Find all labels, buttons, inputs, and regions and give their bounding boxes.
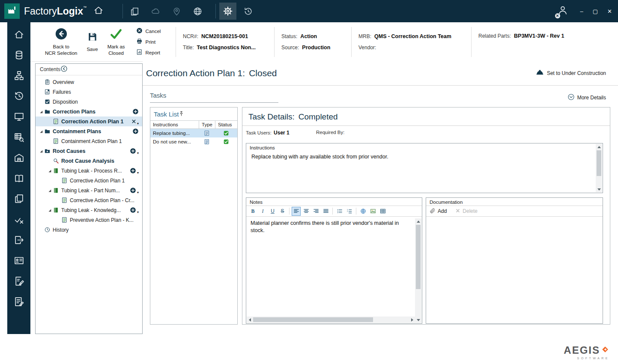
- tree-item-corrective-action-plan-cr[interactable]: Corrective Action Plan - Cr...: [36, 195, 142, 205]
- tree-item-tubing-leak-process-r[interactable]: Tubing Leak - Process R...▾: [36, 166, 142, 176]
- task-row-replace-tubing[interactable]: Replace tubing...: [150, 129, 237, 137]
- add-icon[interactable]: [132, 108, 139, 115]
- tree-item-containment-action-plan-1[interactable]: Containment Action Plan 1: [36, 136, 142, 146]
- tree-item-correction-action-plan-1[interactable]: Correction Action Plan 1▾: [36, 116, 142, 126]
- tree-item-root-cause-analysis[interactable]: Root Cause Analysis: [36, 156, 142, 166]
- tree-item-failures[interactable]: Failures: [36, 87, 142, 97]
- dropdown-caret-icon[interactable]: ▾: [137, 171, 139, 176]
- rail-item-grid-search-icon[interactable]: [14, 132, 24, 144]
- minimize-button[interactable]: –: [580, 9, 583, 14]
- rail-item-warehouse-icon[interactable]: [14, 152, 24, 165]
- notes-vertical-scrollbar[interactable]: [415, 218, 421, 323]
- notes-text[interactable]: Material planner confirms there is still…: [246, 217, 411, 237]
- expander-icon[interactable]: [47, 208, 52, 213]
- documentation-delete-button[interactable]: Delete: [455, 208, 478, 215]
- add-icon[interactable]: [130, 148, 136, 154]
- tree-item-overview[interactable]: Overview: [36, 77, 142, 87]
- scroll-track[interactable]: [415, 225, 421, 316]
- globe-icon[interactable]: [193, 6, 203, 16]
- notes-horizontal-scrollbar[interactable]: [247, 316, 415, 323]
- rail-item-history-icon[interactable]: [14, 91, 24, 103]
- column-header[interactable]: Type: [199, 121, 215, 128]
- mark-as-closed-button[interactable]: Mark asClosed: [107, 27, 125, 56]
- expander-icon[interactable]: [38, 149, 44, 154]
- remove-plan-icon[interactable]: [131, 119, 136, 124]
- rail-item-tasks-check-icon[interactable]: [14, 214, 24, 227]
- rail-item-home-icon[interactable]: [14, 29, 24, 42]
- location-pin-icon[interactable]: [172, 6, 182, 16]
- scroll-down-icon[interactable]: [596, 186, 602, 192]
- rail-item-copy-icon[interactable]: [14, 194, 24, 206]
- pushpin-icon[interactable]: [179, 111, 184, 116]
- add-icon[interactable]: [130, 207, 136, 213]
- align-center-button[interactable]: [302, 207, 310, 216]
- scroll-thumb[interactable]: [597, 150, 601, 176]
- align-left-button[interactable]: [292, 207, 301, 216]
- expander-icon[interactable]: [47, 168, 52, 173]
- add-icon[interactable]: [130, 167, 136, 174]
- dropdown-caret-icon[interactable]: ▾: [137, 122, 139, 126]
- rail-item-database-icon[interactable]: [14, 50, 24, 62]
- print-button[interactable]: Print: [136, 38, 161, 45]
- instructions-scrollbar[interactable]: [596, 144, 602, 192]
- scroll-right-icon[interactable]: [409, 316, 415, 323]
- dropdown-caret-icon[interactable]: ▾: [137, 191, 139, 195]
- add-icon[interactable]: [130, 187, 136, 194]
- dropdown-caret-icon[interactable]: ▾: [137, 151, 139, 156]
- report-button[interactable]: Report: [136, 49, 161, 56]
- scroll-thumb[interactable]: [416, 225, 421, 289]
- rail-item-monitor-icon[interactable]: [14, 111, 24, 124]
- tree-item-correction-plans[interactable]: Correction Plans: [36, 107, 142, 116]
- tree-item-disposition[interactable]: Disposition: [36, 97, 142, 107]
- bold-button[interactable]: B: [248, 207, 257, 216]
- expander-icon[interactable]: [38, 109, 44, 114]
- list-bullet-button[interactable]: [335, 207, 344, 216]
- cancel-button[interactable]: Cancel: [136, 27, 161, 35]
- expander-icon[interactable]: [38, 129, 44, 134]
- app-logo[interactable]: [4, 3, 20, 19]
- cloud-icon[interactable]: [151, 6, 161, 16]
- column-header[interactable]: Status: [215, 121, 237, 128]
- rail-item-export-icon[interactable]: [14, 235, 24, 247]
- back-to-ncr-selection-button[interactable]: Back toNCR Selection: [45, 27, 77, 56]
- rail-item-doc-edit-icon[interactable]: [14, 276, 24, 288]
- save-button[interactable]: Save: [87, 31, 98, 52]
- close-button[interactable]: ✕: [607, 9, 612, 14]
- add-icon[interactable]: [132, 128, 139, 134]
- scroll-thumb[interactable]: [253, 317, 373, 322]
- tree-item-containment-plans[interactable]: Containment Plans: [36, 126, 142, 136]
- scroll-track[interactable]: [253, 316, 409, 323]
- underline-button[interactable]: U: [268, 207, 277, 216]
- scroll-up-icon[interactable]: [596, 144, 602, 150]
- home-icon[interactable]: [93, 5, 104, 15]
- tree-item-root-causes[interactable]: Root Causes▾: [36, 146, 142, 156]
- align-justify-button[interactable]: [321, 207, 330, 216]
- dropdown-caret-icon[interactable]: ▾: [137, 210, 139, 215]
- strikethrough-button[interactable]: S: [278, 207, 287, 216]
- pages-icon[interactable]: [130, 6, 140, 16]
- tree-item-corrective-action-plan-1[interactable]: Corrective Action Plan 1: [36, 176, 142, 185]
- tree-item-tubing-leak-part-num[interactable]: Tubing Leak - Part Num...▾: [36, 185, 142, 195]
- image-button[interactable]: [368, 207, 377, 216]
- tree-item-tubing-leak-knowledg[interactable]: Tubing Leak - Knowledg...▾: [36, 205, 142, 215]
- column-header[interactable]: Instructions: [150, 121, 199, 128]
- set-under-construction-button[interactable]: Set to Under Construction: [536, 69, 606, 78]
- documentation-add-button[interactable]: Add: [430, 208, 447, 215]
- scroll-down-icon[interactable]: [415, 316, 421, 323]
- rail-item-id-card-icon[interactable]: [14, 255, 24, 268]
- undo-history-icon[interactable]: [243, 6, 253, 16]
- instructions-text[interactable]: Replace tubing with any available stock …: [246, 151, 603, 162]
- scroll-left-icon[interactable]: [247, 316, 253, 323]
- scroll-up-icon[interactable]: [415, 218, 421, 225]
- rail-item-workflow-icon[interactable]: [14, 70, 24, 83]
- italic-button[interactable]: I: [258, 207, 267, 216]
- task-row-do-not-use-new[interactable]: Do not use new...: [150, 137, 237, 146]
- list-number-button[interactable]: 12: [345, 207, 354, 216]
- tree-item-preventive-action-plan-k[interactable]: Preventive Action Plan - K...: [36, 215, 142, 225]
- table-button[interactable]: [378, 207, 387, 216]
- maximize-button[interactable]: ▢: [593, 9, 598, 14]
- collapse-circle-icon[interactable]: [60, 65, 68, 72]
- scroll-track[interactable]: [596, 150, 602, 186]
- align-right-button[interactable]: [311, 207, 320, 216]
- rail-item-book-icon[interactable]: [14, 173, 24, 185]
